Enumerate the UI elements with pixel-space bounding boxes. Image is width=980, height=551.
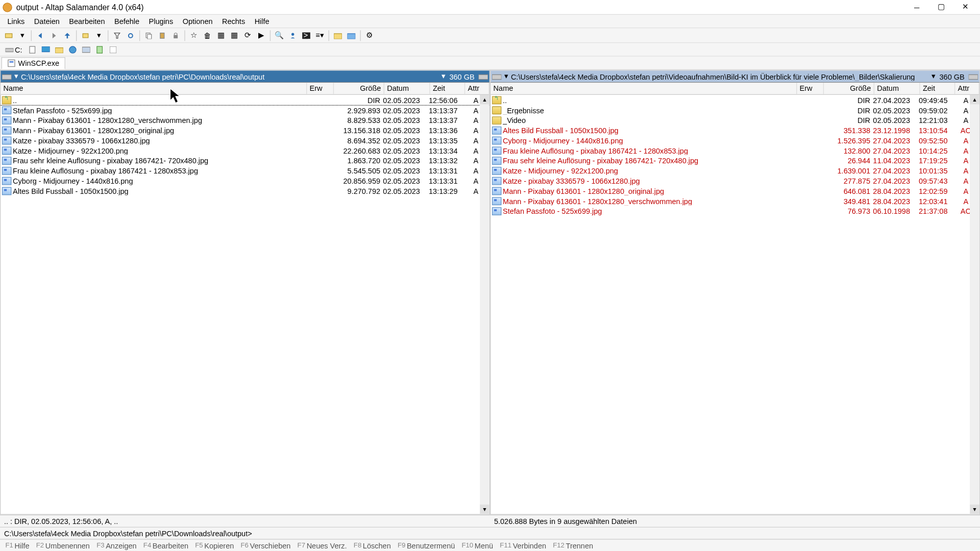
menu-optionen[interactable]: Optionen (178, 16, 217, 27)
tool-up-icon[interactable] (61, 29, 74, 41)
fn-f4-button[interactable]: F4Bearbeiten (141, 541, 191, 550)
scroll-up-icon[interactable]: ▲ (970, 95, 979, 104)
tool-props-icon[interactable]: ▦ (215, 29, 227, 41)
tool-compress-icon[interactable]: ▦ (228, 29, 240, 41)
minimize-button[interactable]: ─ (904, 1, 928, 14)
file-row[interactable]: Stefan Passfoto - 525x699.jpg2.929.89302… (1, 105, 489, 115)
tool-person-icon[interactable] (287, 29, 299, 41)
tool-star-icon[interactable]: ☆ (188, 29, 200, 41)
file-row[interactable]: Mann - Pixabay 613601 - 1280x1280_versch… (491, 196, 979, 206)
header-attr[interactable]: Attr (465, 83, 489, 94)
header-name[interactable]: Name (1, 83, 307, 94)
menu-bearbeiten[interactable]: Bearbeiten (64, 16, 110, 27)
menu-plugins[interactable]: Plugins (144, 16, 178, 27)
drive-add-icon[interactable] (107, 43, 119, 56)
tool-sync-icon[interactable]: ⟳ (241, 29, 254, 41)
scrollbar[interactable]: ▲ ▼ (480, 95, 489, 514)
file-row[interactable]: Cyborg - Midjourney - 1440x816.png20.856… (1, 176, 489, 186)
tool-view-icon[interactable]: ≡▾ (314, 29, 326, 41)
fn-f1-button[interactable]: F1Hilfe (3, 541, 32, 550)
command-line[interactable]: C:\Users\stefa\4eck Media Dropbox\stefan… (0, 527, 980, 539)
file-row[interactable]: Mann - Pixabay 613601 - 1280x1280_origin… (1, 125, 489, 135)
header-size[interactable]: Größe (334, 83, 384, 94)
menu-links[interactable]: Links (3, 16, 29, 27)
tool-copy-icon[interactable] (143, 29, 155, 41)
tool-connect-icon[interactable] (3, 29, 15, 41)
file-row[interactable]: Frau kleine Auflösung - pixabay 1867421 … (1, 165, 489, 176)
drive-doc-icon[interactable] (26, 43, 38, 56)
file-row[interactable]: Frau kleine Auflösung - pixabay 1867421 … (491, 145, 979, 156)
file-row[interactable]: Mann - Pixabay 613601 - 1280x1280_origin… (491, 186, 979, 196)
menu-rechts[interactable]: Rechts (217, 16, 250, 27)
file-row[interactable]: Altes Bild Fussball - 1050x1500.jpg351.3… (491, 125, 979, 135)
left-pathbar[interactable]: ▾ C:\Users\stefa\4eck Media Dropbox\stef… (1, 70, 489, 83)
right-pathbar[interactable]: ▾ C:\Users\stefa\4eck Media Dropbox\stef… (491, 70, 979, 83)
tool-back-icon[interactable] (34, 29, 46, 41)
tool-lock-icon[interactable] (169, 29, 182, 41)
fn-f3-button[interactable]: F3Anzeigen (94, 541, 139, 550)
header-name[interactable]: Name (491, 83, 797, 94)
menu-befehle[interactable]: Befehle (110, 16, 144, 27)
header-date[interactable]: Datum (874, 83, 920, 94)
right-file-list[interactable]: ..DIR27.04.202309:49:45A_ErgebnisseDIR02… (491, 95, 979, 514)
scroll-up-icon[interactable]: ▲ (480, 95, 489, 104)
header-attr[interactable]: Attr (955, 83, 979, 94)
drive-net-icon[interactable] (67, 43, 79, 56)
file-row[interactable]: Frau sehr kleine Auflösung - pixabay 186… (1, 156, 489, 166)
file-row[interactable]: Stefan Passfoto - 525x699.jpg76.97306.10… (491, 206, 979, 216)
file-row[interactable]: Katze - pixabay 3336579 - 1066x1280.jpg2… (491, 176, 979, 186)
drive-recent-icon[interactable] (93, 43, 106, 56)
tool-trash-icon[interactable]: 🗑 (201, 29, 213, 41)
tool-search-icon[interactable]: 🔍 (273, 29, 285, 41)
close-button[interactable]: ✕ (953, 1, 977, 14)
file-row[interactable]: Frau sehr kleine Auflösung - pixabay 186… (491, 156, 979, 166)
tool-terminal-icon[interactable]: >_ (300, 29, 312, 41)
tool-filter-icon[interactable] (111, 29, 124, 41)
folder-row[interactable]: _VideoDIR02.05.202312:21:03A (491, 115, 979, 125)
maximize-button[interactable]: ▢ (929, 1, 953, 14)
fn-f6-button[interactable]: F6Verschieben (238, 541, 293, 550)
file-row[interactable]: Katze - Midjourney - 922x1200.png1.639.0… (491, 165, 979, 176)
tool-exec-icon[interactable]: ▶ (255, 29, 267, 41)
tool-folder-icon[interactable] (332, 29, 344, 41)
history-dropdown-icon[interactable]: ▾ (440, 72, 447, 81)
drive-desktop-icon[interactable] (40, 43, 52, 56)
scrollbar[interactable]: ▲ ▼ (970, 95, 979, 514)
menu-hilfe[interactable]: Hilfe (250, 16, 274, 27)
scroll-down-icon[interactable]: ▼ (970, 505, 979, 514)
parent-dir-row[interactable]: ..DIR02.05.202312:56:06A (1, 95, 489, 105)
history-dropdown-icon[interactable]: ▾ (930, 72, 937, 81)
tool-paste-icon[interactable] (156, 29, 168, 41)
tool-dropdown-icon[interactable]: ▾ (16, 29, 29, 41)
header-size[interactable]: Größe (824, 83, 874, 94)
tab-winscp[interactable]: WinSCP.exe (2, 57, 65, 69)
parent-dir-row[interactable]: ..DIR27.04.202309:49:45A (491, 95, 979, 105)
tool-settings-icon[interactable]: ⚙ (363, 29, 376, 41)
file-row[interactable]: Cyborg - Midjourney - 1440x816.png1.526.… (491, 135, 979, 145)
left-file-list[interactable]: ..DIR02.05.202312:56:06AStefan Passfoto … (1, 95, 489, 514)
fn-f8-button[interactable]: F8Löschen (351, 541, 394, 550)
file-row[interactable]: Katze - Midjourney - 922x1200.png22.260.… (1, 145, 489, 156)
tool-forward-icon[interactable] (48, 29, 60, 41)
fn-f11-button[interactable]: F11Verbinden (497, 541, 549, 550)
header-ext[interactable]: Erw (307, 83, 334, 94)
fn-f12-button[interactable]: F12Trennen (550, 541, 596, 550)
chevron-down-icon[interactable]: ▾ (503, 72, 509, 81)
fn-f7-button[interactable]: F7Neues Verz. (295, 541, 350, 550)
header-date[interactable]: Datum (384, 83, 430, 94)
tool-hotpath-icon[interactable] (80, 29, 92, 41)
tool-folder2-icon[interactable] (345, 29, 357, 41)
scroll-down-icon[interactable]: ▼ (480, 505, 489, 514)
header-time[interactable]: Zeit (430, 83, 465, 94)
header-time[interactable]: Zeit (920, 83, 955, 94)
fn-f2-button[interactable]: F2Umbenennen (34, 541, 93, 550)
drive-cloud-icon[interactable] (80, 43, 92, 56)
drive-folder-icon[interactable] (53, 43, 65, 56)
tool-refresh-icon[interactable] (125, 29, 137, 41)
file-row[interactable]: Altes Bild Fussball - 1050x1500.jpg9.270… (1, 186, 489, 196)
file-row[interactable]: Mann - Pixabay 613601 - 1280x1280_versch… (1, 115, 489, 125)
drive-c-button[interactable]: C: (3, 44, 25, 55)
menu-dateien[interactable]: Dateien (30, 16, 64, 27)
chevron-down-icon[interactable]: ▾ (13, 72, 19, 81)
file-row[interactable]: Katze - pixabay 3336579 - 1066x1280.jpg8… (1, 135, 489, 145)
